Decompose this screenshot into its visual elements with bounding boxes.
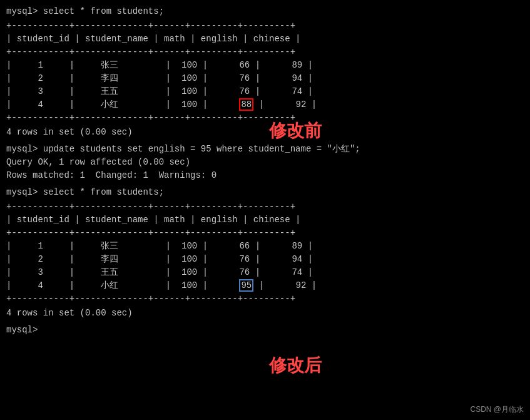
watermark: CSDN @月临水 [470, 404, 524, 415]
table-row: | 2 | 李四 | 100 | 76 | 94 | [6, 253, 524, 266]
terminal-window: mysql> select * from students; +--------… [6, 5, 524, 337]
table-row: | 4 | 小红 | 100 | 88 | 92 | [6, 98, 524, 111]
query-line-2: mysql> select * from students; [6, 186, 524, 199]
table-row: | 2 | 李四 | 100 | 76 | 94 | [6, 72, 524, 85]
table2-header: | student_id | student_name | math | eng… [6, 213, 524, 227]
final-prompt: mysql> [6, 324, 524, 337]
table-row: | 1 | 张三 | 100 | 66 | 89 | [6, 240, 524, 253]
update-line: mysql> update students set english = 95 … [6, 143, 524, 156]
english-highlight-red: 88 [239, 98, 253, 111]
prompt-4: mysql> [6, 325, 43, 335]
table2-border-mid: +-----------+--------------+------+-----… [6, 227, 524, 240]
prompt-3: mysql> [6, 187, 43, 197]
table-2: +-----------+--------------+------+-----… [6, 200, 524, 305]
table1-border-top: +-----------+--------------+------+-----… [6, 19, 524, 33]
annotation-before: 修改前 [269, 119, 322, 143]
table-row: | 1 | 张三 | 100 | 66 | 89 | [6, 59, 524, 72]
query-text-1: select * from students; [43, 6, 164, 16]
table-row: | 3 | 王五 | 100 | 76 | 74 | [6, 85, 524, 98]
table2-border-bottom: +-----------+--------------+------+-----… [6, 292, 524, 305]
result-line-1: 4 rows in set (0.00 sec) [6, 126, 524, 139]
table1-border-bottom: +-----------+--------------+------+-----… [6, 111, 524, 125]
query-line-1: mysql> select * from students; [6, 5, 524, 18]
annotation-after: 修改后 [269, 354, 322, 377]
update-result-2: Rows matched: 1 Changed: 1 Warnings: 0 [6, 169, 524, 182]
table-row: | 3 | 王五 | 100 | 76 | 74 | [6, 266, 524, 279]
update-text: update students set english = 95 where s… [43, 144, 360, 154]
result-line-2: 4 rows in set (0.00 sec) [6, 307, 524, 320]
query-text-2: select * from students; [43, 187, 164, 197]
table1-border-mid: +-----------+--------------+------+-----… [6, 46, 524, 59]
english-highlight-blue: 95 [239, 279, 253, 292]
table-1: +-----------+--------------+------+-----… [6, 19, 524, 125]
table2-border-top: +-----------+--------------+------+-----… [6, 200, 524, 213]
table-row: | 4 | 小红 | 100 | 95 | 92 | [6, 279, 524, 292]
prompt-2: mysql> [6, 144, 43, 154]
table1-header: | student_id | student_name | math | eng… [6, 33, 524, 46]
prompt-1: mysql> [6, 6, 43, 16]
update-result-1: Query OK, 1 row affected (0.00 sec) [6, 156, 524, 169]
